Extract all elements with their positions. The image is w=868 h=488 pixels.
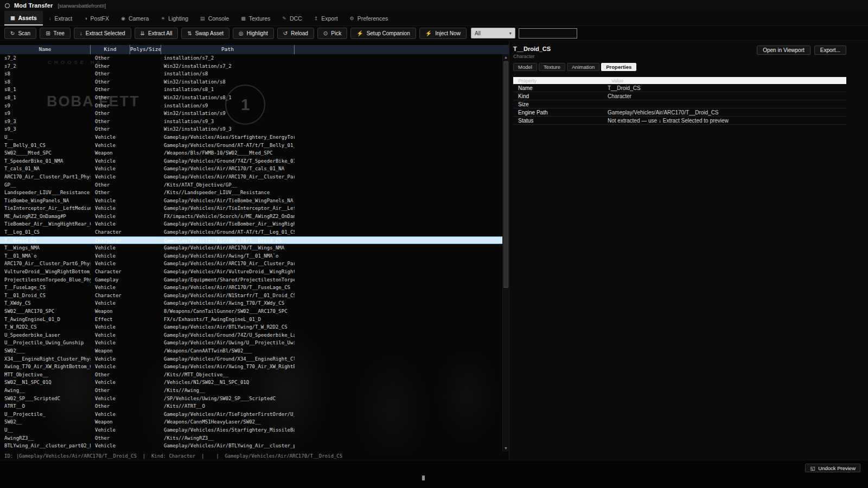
table-row[interactable]: ARC170_Air__Cluster_Part1_Physi Vehicle …: [0, 173, 509, 181]
search-input[interactable]: [519, 28, 577, 38]
table-row[interactable]: T_cals_01_NA Vehicle Gameplay/Vehicles/A…: [0, 165, 509, 173]
table-row[interactable]: ARC170_Air__Cluster_Part6_Physi Vehicle …: [0, 260, 509, 268]
table-row[interactable]: ATRT__O Other /Kits//ATRT__O: [0, 402, 509, 410]
cell-name: T__FuseLage_CS: [0, 284, 91, 292]
table-row[interactable]: U__ Vehicle Gameplay/Vehicles/Aies/Starf…: [0, 133, 509, 142]
tab-assets[interactable]: ▦ Assets: [4, 11, 43, 25]
table-row[interactable]: s9_3 Other Win32/installation/s9_3: [0, 125, 509, 133]
table-row[interactable]: T__FuseLage_CS Vehicle Gameplay/Vehicles…: [0, 284, 509, 292]
table-row[interactable]: s8_1 Other Win32/installation/s8_1: [0, 94, 509, 102]
tab-lighting[interactable]: ☀ Lighting: [155, 11, 194, 25]
table-row[interactable]: BTLYwing_Air__cluster_part02_Ph Vehicle …: [0, 442, 509, 450]
table-row[interactable]: ME_AwingRZ2_OnDamag#P Vehicle FX/impacts…: [0, 213, 509, 221]
swap-asset-button[interactable]: ⇅ Swap Asset: [181, 28, 229, 39]
status-bar: ID: |Gameplay/Vehicles/Air/ARC170/T__Dro…: [0, 452, 509, 460]
extract-selected-button[interactable]: ↓ Extract Selected: [74, 28, 131, 39]
cell-polys-size: [130, 62, 161, 70]
table-row[interactable]: U__Projectile_ Vehicle Gameplay/Vehicles…: [0, 410, 509, 419]
table-row[interactable]: Landspeeder_LIUV___Resistance Other /Kit…: [0, 189, 509, 197]
app-window: Mod Transfer [starwarsbattlefrontII] ▦ A…: [0, 0, 868, 488]
setup-companion-button[interactable]: ⚡ Setup Companion: [350, 28, 416, 39]
tab-dcc[interactable]: ✎ DCC: [276, 11, 308, 25]
table-row[interactable]: U__Projectile_Uwing_Gunship Vehicle Game…: [0, 339, 509, 347]
cell-polys-size: [130, 284, 161, 292]
extract-all-button[interactable]: ⇊ Extract All: [135, 28, 178, 39]
scan-button[interactable]: ↻ Scan: [4, 28, 36, 39]
column-header[interactable]: Kind: [91, 45, 130, 54]
table-row[interactable]: Xwing_T70_Air_XW_RightBottom_Cl Vehicle …: [0, 363, 509, 371]
highlight-button[interactable]: ◎ Highlight: [233, 28, 274, 39]
inject-now-button[interactable]: ⚡ Inject Now: [419, 28, 467, 39]
export-button[interactable]: Export...: [814, 46, 846, 55]
cell-name: U_Speederbike_Laser: [0, 331, 91, 339]
table-row[interactable]: T_AwingEngineL_01_D Effect FX/s/Exhausts…: [0, 316, 509, 324]
pick-button[interactable]: ⊙ Pick: [317, 28, 347, 39]
tab-export[interactable]: ↥ Export: [308, 11, 344, 25]
table-row[interactable]: s8 Other Win32/installation/s8: [0, 78, 509, 86]
cell-path: /Kits//Landspeeder_LIUV___Resistance: [161, 189, 295, 197]
table-row[interactable]: SW02___ Weapon /Weapons/CannAATTwinBl/SW…: [0, 347, 509, 355]
scroll-down-icon[interactable]: ▼: [503, 445, 509, 452]
tab-textures[interactable]: ▩ Textures: [235, 11, 276, 25]
table-row[interactable]: TieInterceptor_Air__LeftMedium_ Vehicle …: [0, 204, 509, 213]
table-row[interactable]: s8_1 Other installation/s8_1: [0, 86, 509, 94]
table-row[interactable]: s9 Other Win32/installation/s9: [0, 110, 509, 118]
table-row[interactable]: SW02____Mted_SPC Weapon /Weapons/Bls/FWM…: [0, 149, 509, 157]
table-row[interactable]: GP__ Other /Kits/ATAT_Objective/GP__: [0, 181, 509, 189]
table-row[interactable]: T__Belly_01_CS Vehicle Gameplay/Vehicles…: [0, 142, 509, 150]
column-header[interactable]: Path: [161, 45, 295, 54]
table-row[interactable]: T_W_R2D2_CS Vehicle Gameplay/Vehicles/Ai…: [0, 323, 509, 331]
tab-extract[interactable]: ↓ Extract: [43, 11, 78, 25]
tab-console[interactable]: ▤ Console: [194, 11, 235, 25]
table-row[interactable]: T_XWdy_CS Vehicle Gameplay/Vehicles/Air/…: [0, 299, 509, 307]
table-row[interactable]: AwingRZ3__ Other /Kits//AwingRZ3__: [0, 434, 509, 442]
table-row[interactable]: T__01_NMA`o Vehicle Gameplay/Vehicles/Ai…: [0, 252, 509, 260]
tab-camera[interactable]: ◉ Camera: [115, 11, 155, 25]
table-row[interactable]: T__01_Droid_CS Character Gameplay/Vehicl…: [0, 292, 509, 300]
table-row[interactable]: SW02___ARC170_SPC Weapon 8/Weapons/CannT…: [0, 307, 509, 316]
table-row[interactable]: Awing__ Other /Kits//Awing__: [0, 387, 509, 395]
splitter-handle[interactable]: [422, 476, 425, 480]
table-row[interactable]: TieBombe_WingPanels_NA Vehicle Gameplay/…: [0, 197, 509, 205]
table-row[interactable]: T__Wings_NMA Vehicle Gameplay/Vehicles/A…: [0, 244, 509, 252]
vertical-scrollbar[interactable]: ▲ ▼: [502, 54, 509, 452]
table-row[interactable]: U__ Vehicle Gameplay/Vehicles/Aies/Starf…: [0, 426, 509, 434]
column-header[interactable]: Polys/Size: [130, 45, 161, 54]
table-row[interactable]: TieBomber_Air__WingHightRear_Cl Vehicle …: [0, 220, 509, 228]
scrollbar-thumb[interactable]: [503, 61, 508, 288]
tab-postfx[interactable]: ◑ PostFX: [78, 11, 115, 25]
undock-preview-button[interactable]: ◱ Undock Preview: [805, 464, 860, 472]
cell-polys-size: [130, 418, 161, 426]
table-row[interactable]: X34___EngineRight_Cluster_Physi Vehicle …: [0, 355, 509, 363]
tree-button[interactable]: ⊞ Tree: [40, 28, 71, 39]
table-row[interactable]: MTT_Objective__ Other /Kits//MTT_Objecti…: [0, 371, 509, 379]
table-row[interactable]: U_Speederbike_Laser Vehicle Gameplay/Veh…: [0, 331, 509, 339]
preview-tab-properties[interactable]: Properties: [601, 63, 636, 71]
table-row[interactable]: s7_2 Other Win32/installation/s7_2: [0, 62, 509, 70]
table-row[interactable]: T__Droid_CS Character Gameplay/Vehicles/…: [0, 236, 509, 245]
table-row[interactable]: SW02__N1_SPC_01Q Vehicle /Vehicles/N1/SW…: [0, 378, 509, 387]
preview-tabbar: ModelTextureAnimationProperties: [513, 63, 846, 71]
cell-name: Landspeeder_LIUV___Resistance: [0, 189, 91, 197]
table-row[interactable]: T__Leg_01_CS Character Gameplay/Vehicles…: [0, 228, 509, 236]
table-row[interactable]: VultureDroid__WingRightBottom_C Characte…: [0, 268, 509, 276]
cell-kind: Weapon: [91, 307, 130, 316]
cell-polys-size: [130, 276, 161, 284]
table-row[interactable]: ProjectilestonTorpedo_Blue_Phys Gameplay…: [0, 276, 509, 284]
table-row[interactable]: s7_2 Other installation/s7_2: [0, 54, 509, 62]
scroll-up-icon[interactable]: ▲: [503, 54, 509, 61]
table-row[interactable]: s8 Other installation/s8: [0, 70, 509, 78]
preview-tab-animation[interactable]: Animation: [567, 63, 599, 71]
open-in-viewport-button[interactable]: Open in Viewport: [757, 46, 810, 55]
filter-dropdown[interactable]: All ▾: [471, 28, 515, 38]
reload-button[interactable]: ↺ Reload: [277, 28, 314, 39]
preview-tab-model[interactable]: Model: [513, 63, 537, 71]
table-row[interactable]: T_SpeederBike_01_NMA Vehicle Gameplay/Ve…: [0, 157, 509, 165]
tab-preferences[interactable]: ⚙ Preferences: [344, 11, 394, 25]
preview-tab-texture[interactable]: Texture: [539, 63, 565, 71]
table-row[interactable]: SW02__ Weapon /Weapons/CannMS1HeavyLaser…: [0, 418, 509, 426]
table-row[interactable]: s9 Other installation/s9: [0, 102, 509, 110]
table-row[interactable]: s9_3 Other installation/s9_3: [0, 118, 509, 126]
table-row[interactable]: SW02_SP___ScriptedC Vehicle /SP/Vehicles…: [0, 395, 509, 403]
column-header[interactable]: Name: [0, 45, 91, 54]
